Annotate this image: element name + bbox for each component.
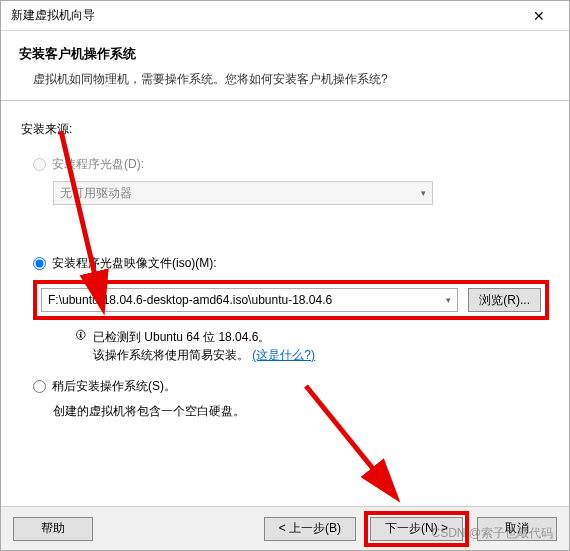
- wizard-window: 新建虚拟机向导 ✕ 安装客户机操作系统 虚拟机如同物理机，需要操作系统。您将如何…: [0, 0, 570, 551]
- detected-line1: 已检测到 Ubuntu 64 位 18.04.6。: [93, 328, 315, 346]
- disc-drive-value: 无可用驱动器: [60, 185, 132, 202]
- window-title: 新建虚拟机向导: [11, 7, 95, 24]
- close-button[interactable]: ✕: [517, 2, 561, 30]
- option-iso-file[interactable]: 安装程序光盘映像文件(iso)(M):: [33, 255, 549, 272]
- label-installer-disc: 安装程序光盘(D):: [52, 156, 144, 173]
- wizard-content: 安装来源: 安装程序光盘(D): 无可用驱动器 ▾ 安装程序光盘映像文件(iso…: [1, 101, 569, 430]
- help-button[interactable]: 帮助: [13, 517, 93, 541]
- highlight-next-button: 下一步(N) >: [364, 511, 469, 547]
- chevron-down-icon: ▾: [446, 295, 451, 305]
- source-label: 安装来源:: [21, 121, 549, 138]
- titlebar: 新建虚拟机向导 ✕: [1, 1, 569, 31]
- detected-info: 🛈 已检测到 Ubuntu 64 位 18.04.6。 该操作系统将使用简易安装…: [73, 328, 549, 364]
- radio-installer-disc[interactable]: [33, 158, 46, 171]
- install-later-note: 创建的虚拟机将包含一个空白硬盘。: [53, 403, 549, 420]
- easy-install-help-link[interactable]: (这是什么?): [252, 348, 315, 362]
- back-button[interactable]: < 上一步(B): [264, 517, 356, 541]
- disc-drive-dropdown: 无可用驱动器 ▾: [53, 181, 433, 205]
- browse-button[interactable]: 浏览(R)...: [468, 288, 541, 312]
- option-install-later[interactable]: 稍后安装操作系统(S)。: [33, 378, 549, 395]
- radio-iso-file[interactable]: [33, 257, 46, 270]
- wizard-footer: 帮助 < 上一步(B) 下一步(N) > 取消: [1, 506, 569, 550]
- iso-path-input[interactable]: F:\ubuntu-18.04.6-desktop-amd64.iso\ubun…: [41, 288, 458, 312]
- iso-path-value: F:\ubuntu-18.04.6-desktop-amd64.iso\ubun…: [48, 293, 332, 307]
- header-title: 安装客户机操作系统: [19, 45, 551, 63]
- close-icon: ✕: [533, 8, 545, 24]
- chevron-down-icon: ▾: [421, 188, 426, 198]
- radio-install-later[interactable]: [33, 380, 46, 393]
- label-install-later: 稍后安装操作系统(S)。: [52, 378, 176, 395]
- option-installer-disc[interactable]: 安装程序光盘(D):: [33, 156, 549, 173]
- cancel-button[interactable]: 取消: [477, 517, 557, 541]
- highlight-iso-row: F:\ubuntu-18.04.6-desktop-amd64.iso\ubun…: [33, 280, 549, 320]
- info-icon: 🛈: [73, 328, 87, 342]
- next-button[interactable]: 下一步(N) >: [370, 517, 463, 541]
- label-iso-file: 安装程序光盘映像文件(iso)(M):: [52, 255, 217, 272]
- wizard-header: 安装客户机操作系统 虚拟机如同物理机，需要操作系统。您将如何安装客户机操作系统?: [1, 31, 569, 101]
- detected-line2: 该操作系统将使用简易安装。: [93, 348, 249, 362]
- header-description: 虚拟机如同物理机，需要操作系统。您将如何安装客户机操作系统?: [19, 71, 551, 88]
- install-source-group: 安装程序光盘(D): 无可用驱动器 ▾ 安装程序光盘映像文件(iso)(M): …: [21, 156, 549, 420]
